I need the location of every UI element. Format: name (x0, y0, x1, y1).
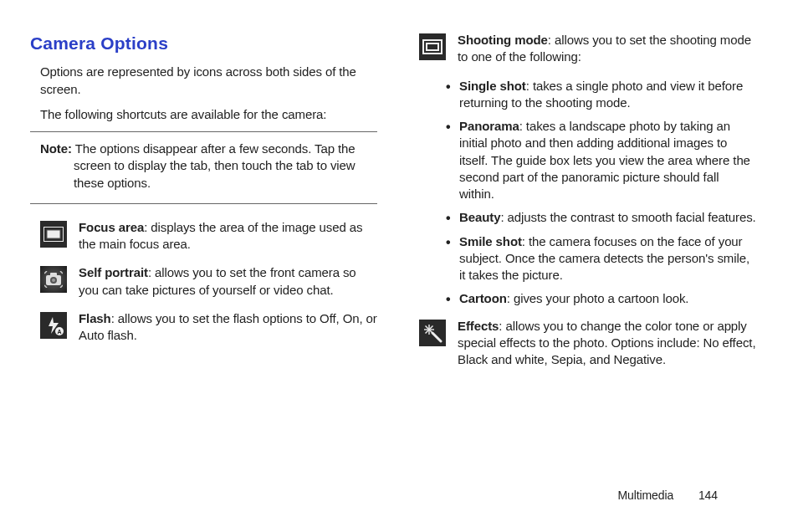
mode-smile-shot-label: Smile shot (459, 234, 522, 248)
mode-single-shot: Single shot: takes a single photo and vi… (448, 78, 756, 112)
focus-area-row: Focus area: displays the area of the ima… (40, 219, 377, 253)
self-portrait-icon (40, 266, 67, 293)
flash-row: A Flash: allows you to set the flash opt… (40, 310, 377, 345)
intro-line-1: Options are represented by icons across … (40, 64, 367, 98)
note-body: The options disappear after a few second… (74, 141, 356, 190)
shooting-mode-desc: Shooting mode: allows you to set the sho… (458, 32, 756, 66)
section-title: Camera Options (30, 32, 377, 55)
effects-icon (419, 320, 446, 346)
note-text: Note: The options disappear after a few … (30, 141, 377, 192)
effects-label: Effects (458, 319, 499, 333)
effects-row: Effects: allows you to change the color … (419, 318, 756, 369)
right-column: Shooting mode: allows you to set the sho… (409, 32, 756, 483)
focus-area-desc: Focus area: displays the area of the ima… (79, 219, 377, 253)
flash-label: Flash (79, 311, 111, 325)
intro-block: Options are represented by icons across … (30, 64, 377, 123)
mode-single-shot-label: Single shot (459, 79, 526, 93)
mode-cartoon: Cartoon: gives your photo a cartoon look… (448, 290, 756, 307)
left-column: Camera Options Options are represented b… (30, 32, 377, 483)
footer-page-number: 144 (698, 488, 718, 504)
self-portrait-row: Self portrait: allows you to set the fro… (40, 264, 377, 299)
focus-area-label: Focus area (79, 220, 144, 234)
page-footer: Multimedia 144 (617, 488, 718, 504)
self-portrait-label: Self portrait (79, 265, 148, 279)
svg-rect-1 (47, 230, 60, 238)
shooting-mode-label: Shooting mode (458, 33, 548, 47)
effects-desc: Effects: allows you to change the color … (458, 318, 756, 369)
mode-panorama-label: Panorama (459, 119, 519, 133)
mode-cartoon-text: : gives your photo a cartoon look. (507, 291, 689, 305)
svg-rect-3 (50, 273, 57, 277)
focus-area-icon (40, 221, 67, 248)
mode-cartoon-label: Cartoon (459, 291, 507, 305)
svg-rect-9 (427, 43, 438, 50)
effects-text: : allows you to change the color tone or… (458, 319, 755, 367)
mode-beauty-label: Beauty (459, 210, 500, 224)
shooting-mode-icon (419, 33, 446, 60)
note-block: Note: The options disappear after a few … (30, 131, 377, 204)
mode-beauty-text: : adjusts the contrast to smooth facial … (500, 210, 755, 224)
footer-section: Multimedia (617, 489, 673, 502)
self-portrait-desc: Self portrait: allows you to set the fro… (79, 264, 377, 299)
mode-beauty: Beauty: adjusts the contrast to smooth f… (448, 209, 756, 226)
flash-desc: Flash: allows you to set the flash optio… (79, 310, 377, 345)
flash-text: : allows you to set the flash options to… (79, 311, 377, 342)
intro-line-2: The following shortcuts are available fo… (40, 106, 367, 123)
mode-panorama: Panorama: takes a landscape photo by tak… (448, 118, 756, 202)
svg-text:A: A (58, 329, 62, 335)
note-label: Note: (40, 141, 72, 156)
svg-point-5 (52, 279, 55, 282)
flash-icon: A (40, 312, 67, 339)
shooting-mode-row: Shooting mode: allows you to set the sho… (419, 32, 756, 66)
shooting-mode-list: Single shot: takes a single photo and vi… (409, 78, 756, 308)
mode-smile-shot: Smile shot: the camera focuses on the fa… (448, 233, 756, 284)
page-columns: Camera Options Options are represented b… (30, 32, 756, 483)
